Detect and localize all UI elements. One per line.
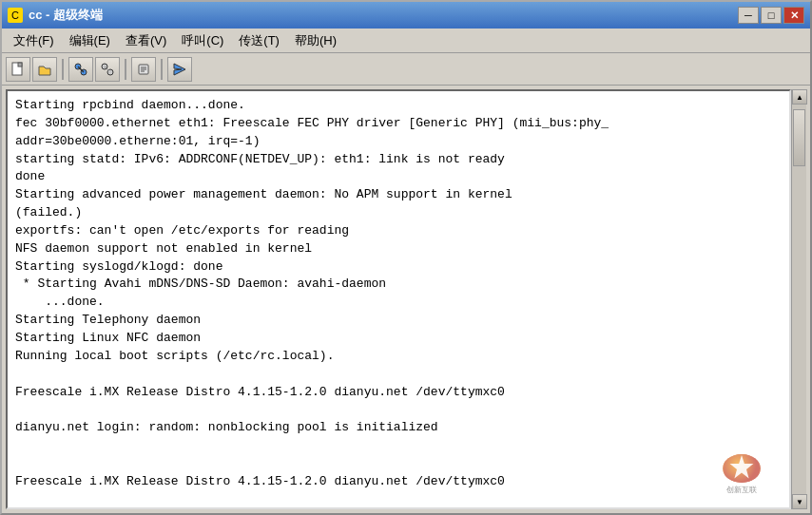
terminal[interactable]: Starting rpcbind daemon...done. fec 30bf…: [6, 89, 791, 509]
main-window: C cc - 超级终端 ─ □ ✕ 文件(F) 编辑(E) 查看(V) 呼叫(C…: [0, 0, 812, 515]
menu-edit[interactable]: 编辑(E): [62, 29, 118, 52]
menu-file[interactable]: 文件(F): [6, 29, 62, 52]
toolbar-connect-button[interactable]: [68, 57, 93, 82]
minimize-button[interactable]: ─: [738, 7, 759, 24]
menubar: 文件(F) 编辑(E) 查看(V) 呼叫(C) 传送(T) 帮助(H): [2, 29, 810, 53]
window-controls: ─ □ ✕: [738, 7, 804, 24]
toolbar: [2, 53, 810, 86]
window-title: cc - 超级终端: [29, 7, 732, 24]
watermark: 创新互联: [717, 454, 766, 496]
scrollbar-up-button[interactable]: ▲: [792, 89, 807, 105]
toolbar-send-button[interactable]: [167, 57, 192, 82]
toolbar-new-button[interactable]: [6, 57, 30, 82]
toolbar-separator-2: [125, 59, 126, 80]
menu-transfer[interactable]: 传送(T): [231, 29, 287, 52]
scrollbar-track[interactable]: [792, 105, 806, 494]
titlebar: C cc - 超级终端 ─ □ ✕: [2, 2, 810, 29]
toolbar-properties-button[interactable]: [131, 57, 156, 82]
window-icon: C: [8, 8, 23, 23]
menu-view[interactable]: 查看(V): [118, 29, 174, 52]
toolbar-separator-3: [161, 59, 163, 80]
menu-help[interactable]: 帮助(H): [287, 29, 344, 52]
watermark-label: 创新互联: [726, 485, 757, 496]
maximize-button[interactable]: □: [761, 7, 782, 24]
menu-call[interactable]: 呼叫(C): [174, 29, 231, 52]
scrollbar-down-button[interactable]: ▼: [792, 494, 807, 509]
scrollbar: ▲ ▼: [791, 89, 806, 509]
terminal-content: Starting rpcbind daemon...done. fec 30bf…: [15, 97, 782, 509]
toolbar-open-button[interactable]: [32, 57, 57, 82]
svg-rect-1: [18, 63, 22, 67]
scrollbar-thumb[interactable]: [793, 109, 805, 166]
toolbar-separator-1: [62, 59, 64, 80]
close-button[interactable]: ✕: [783, 7, 804, 24]
watermark-circle: [723, 454, 761, 483]
toolbar-disconnect-button[interactable]: [95, 57, 120, 82]
terminal-wrapper: Starting rpcbind daemon...done. fec 30bf…: [2, 86, 810, 513]
